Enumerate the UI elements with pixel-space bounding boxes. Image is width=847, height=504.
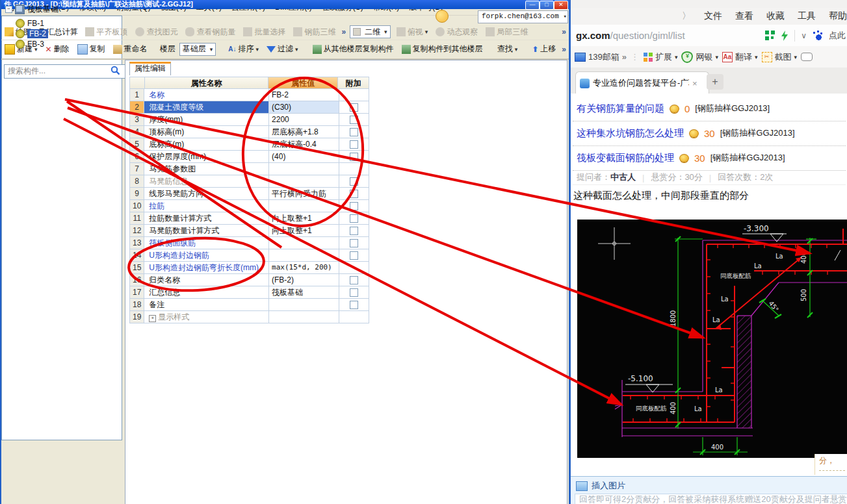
table-row[interactable]: 13筏板侧面纵筋 <box>129 237 369 249</box>
view-mode-combo[interactable]: 二维▾ <box>350 25 391 38</box>
copy-to-floor-button[interactable]: 复制构件到其他楼层 <box>400 42 485 56</box>
view-rebar-button[interactable]: 查看钢筋量 <box>183 25 237 39</box>
orbit-button[interactable]: 动态观察 <box>434 25 480 39</box>
browser-menu-item-3[interactable]: 工具 <box>798 10 816 22</box>
table-row[interactable]: 4顶标高(m)层底标高+1.8 <box>129 126 369 138</box>
question-link[interactable]: 这种集水坑钢筋怎么处理 <box>573 127 684 140</box>
attach-checkbox[interactable] <box>350 190 358 198</box>
property-value[interactable]: max(15*d, 200) <box>269 262 339 274</box>
tree-root[interactable]: − 筏板基础 <box>5 4 59 14</box>
tree-item-fb-3[interactable]: FB-3 <box>16 39 44 49</box>
property-value[interactable] <box>269 237 339 249</box>
table-row[interactable]: 17汇总信息筏板基础 <box>129 286 369 299</box>
paw-label[interactable]: 点此 <box>829 30 846 42</box>
insert-image-button[interactable]: 插入图片 <box>576 480 625 492</box>
property-value[interactable] <box>269 200 339 212</box>
property-value[interactable]: 2200 <box>269 114 339 126</box>
question-row[interactable]: 有关钢筋算量的问题0[钢筋抽样GGJ2013] <box>573 96 846 121</box>
attach-checkbox[interactable] <box>350 288 358 297</box>
question-link[interactable]: 筏板变截面钢筋的处理 <box>573 152 674 164</box>
table-row[interactable]: 6保护层厚度(mm)(40) <box>129 151 369 163</box>
translate-button[interactable]: Aa翻译▾ <box>722 51 758 63</box>
tab-property-edit[interactable]: 属性编辑 <box>129 62 171 75</box>
extensions-button[interactable]: 扩展▾ <box>644 51 678 63</box>
property-value[interactable] <box>269 249 339 262</box>
copy-from-floor-button[interactable]: 从其他楼层复制构件 <box>311 42 396 56</box>
property-value[interactable]: 向上取整+1 <box>269 212 339 225</box>
find-element-button[interactable]: 查找图元 <box>133 25 179 39</box>
browser-menu-item-0[interactable]: 文件 <box>704 10 722 22</box>
col-header-attach[interactable]: 附加 <box>338 77 369 89</box>
property-value[interactable] <box>269 163 339 175</box>
question-link[interactable]: 有关钢筋算量的问题 <box>573 103 664 115</box>
property-value[interactable]: 筏板基础 <box>269 286 339 299</box>
bank-button[interactable]: ¥网银▾ <box>681 51 718 63</box>
bookmark-mail[interactable]: 139邮箱» <box>571 51 627 63</box>
ggj-title-bar[interactable]: 件 GGJ2013 - [D:\预结算及抽筋\广联达抽筋\测试-2.GGJ12] <box>1 0 573 9</box>
address-bar[interactable]: gx.com /question/giml/list ∨ 点此 <box>571 25 847 47</box>
menu-expand-arrow[interactable]: 〉 <box>682 10 691 22</box>
toolbar-overflow-chevron-3[interactable]: » <box>562 45 566 54</box>
paw-icon[interactable] <box>813 31 823 40</box>
chevron-down-icon[interactable]: ∨ <box>801 31 807 40</box>
attach-checkbox[interactable] <box>350 239 358 247</box>
attach-checkbox[interactable] <box>350 214 358 223</box>
search-input[interactable]: 搜索构件... <box>4 64 127 79</box>
tree-item-fb-1[interactable]: FB-1 <box>16 18 44 29</box>
property-value[interactable]: 层底标高+1.8 <box>269 126 339 138</box>
property-value[interactable] <box>269 299 339 311</box>
rebar-3d-button[interactable]: 钢筋三维 <box>291 25 337 39</box>
qr-code-icon[interactable] <box>765 31 775 40</box>
helper-avatar-icon[interactable] <box>436 10 449 23</box>
attach-checkbox[interactable] <box>350 140 358 149</box>
floor-combo[interactable]: 基础层▾ <box>179 43 216 56</box>
cad-section-image[interactable]: -3.300 -5.100 La La La La La La 同底板配筋 同底… <box>577 220 847 458</box>
account-dropdown[interactable]: forpk.chen@163.com ▾ <box>478 10 568 23</box>
table-row[interactable]: 1名称FB-2 <box>129 89 369 101</box>
align-slab-top-button[interactable]: 平齐板顶 <box>83 25 129 39</box>
browser-menu-item-4[interactable]: 帮助 <box>829 10 847 22</box>
expand-icon[interactable]: + <box>149 315 156 322</box>
table-row[interactable]: 8马凳筋信息 <box>129 175 369 188</box>
new-tab-button[interactable]: + <box>707 74 723 90</box>
answer-input[interactable]: 回答即可得2分贡献分，回答被采纳获得系统赠送20贡献分及提问者悬赏分... <box>575 494 847 504</box>
lightning-icon[interactable] <box>781 31 788 41</box>
property-value[interactable]: 向上取整+1 <box>269 225 339 237</box>
browser-menu-item-2[interactable]: 收藏 <box>766 10 785 22</box>
attach-checkbox[interactable] <box>350 301 358 309</box>
table-row[interactable]: 5底标高(m)层底标高-0.4 <box>129 138 369 151</box>
property-value[interactable]: (C30) <box>269 101 339 114</box>
table-row[interactable]: 2混凝土强度等级(C30) <box>129 101 369 114</box>
asker-name[interactable]: 中古人 <box>610 172 636 182</box>
games-icon[interactable] <box>801 53 813 61</box>
find-button[interactable]: 查找▾ <box>495 42 520 56</box>
copy-button[interactable]: 复制 <box>75 42 107 56</box>
attach-checkbox[interactable] <box>350 103 358 112</box>
attach-checkbox[interactable] <box>350 227 358 235</box>
table-row[interactable]: 19+显示样式 <box>129 311 369 323</box>
table-row[interactable]: 9线形马凳筋方向平行横向受力筋 <box>129 188 369 200</box>
tab-close-icon[interactable]: × <box>692 79 697 88</box>
close-button[interactable]: ✕ <box>554 1 568 10</box>
col-header-value[interactable]: 属性值 <box>268 77 338 89</box>
attach-checkbox[interactable] <box>350 177 358 186</box>
maximize-button[interactable]: □ <box>540 1 554 10</box>
table-row[interactable]: 10拉筋 <box>129 200 369 212</box>
table-row[interactable]: 3厚度(mm)2200 <box>129 114 369 126</box>
property-value[interactable] <box>269 311 339 323</box>
browser-menu-item-1[interactable]: 查看 <box>735 10 753 22</box>
property-value[interactable]: FB-2 <box>269 89 339 101</box>
local-3d-button[interactable]: 局部三维 <box>484 25 530 39</box>
top-view-button[interactable]: 俯视▾ <box>395 25 430 39</box>
property-value[interactable]: 平行横向受力筋 <box>269 188 339 200</box>
attach-checkbox[interactable] <box>350 153 358 161</box>
toolbar-overflow-chevron[interactable]: » <box>341 27 346 36</box>
table-row[interactable]: 16归类名称(FB-2) <box>129 274 369 286</box>
question-row[interactable]: 筏板变截面钢筋的处理30[钢筋抽样GGJ2013] <box>573 145 846 171</box>
table-row[interactable]: 15U形构造封边钢筋弯折长度(mm)max(15*d, 200) <box>129 262 369 274</box>
property-value[interactable]: 层底标高-0.4 <box>269 138 339 151</box>
filter-button[interactable]: 过滤▾ <box>265 42 300 56</box>
tab-qa-platform[interactable]: 专业造价问题答疑平台-广联达 × <box>575 71 709 94</box>
search-icon[interactable] <box>111 66 120 75</box>
question-row[interactable]: 这种集水坑钢筋怎么处理30[钢筋抽样GGJ2013] <box>573 121 846 146</box>
